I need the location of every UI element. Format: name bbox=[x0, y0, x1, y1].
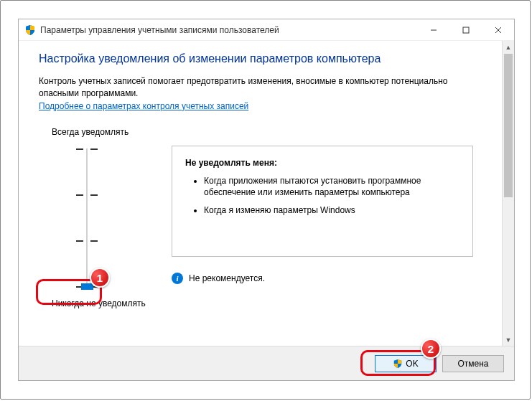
window-controls bbox=[417, 19, 514, 40]
scroll-thumb[interactable] bbox=[504, 54, 513, 197]
page-heading: Настройка уведомления об изменении парам… bbox=[39, 52, 482, 65]
info-panel: Не уведомлять меня: Когда приложения пыт… bbox=[172, 146, 473, 257]
learn-more-link[interactable]: Подробнее о параметрах контроля учетных … bbox=[39, 101, 248, 111]
info-item: Когда я изменяю параметры Windows bbox=[204, 204, 459, 217]
cancel-button[interactable]: Отмена bbox=[442, 355, 504, 372]
slider-track-line bbox=[86, 148, 88, 290]
slider-tick bbox=[76, 240, 98, 242]
close-button[interactable] bbox=[482, 19, 514, 40]
window-title: Параметры управления учетными записями п… bbox=[40, 25, 279, 35]
annotation-badge-2: 2 bbox=[421, 339, 441, 359]
info-column: Не уведомлять меня: Когда приложения пыт… bbox=[172, 146, 473, 308]
cancel-label: Отмена bbox=[457, 359, 488, 369]
slider-label-top: Всегда уведомлять bbox=[52, 127, 150, 137]
maximize-button[interactable] bbox=[449, 19, 482, 40]
slider-tick bbox=[76, 194, 98, 196]
scroll-down-icon[interactable]: ▼ bbox=[503, 334, 514, 346]
uac-slider[interactable] bbox=[76, 146, 150, 293]
info-icon: i bbox=[172, 273, 183, 284]
info-list: Когда приложения пытаются установить про… bbox=[185, 175, 459, 217]
info-item: Когда приложения пытаются установить про… bbox=[204, 175, 459, 199]
recommendation-row: i Не рекомендуется. bbox=[172, 273, 473, 284]
page-description: Контроль учетных записей помогает предот… bbox=[39, 75, 482, 100]
vertical-scrollbar[interactable]: ▲ ▼ bbox=[502, 41, 514, 346]
info-title: Не уведомлять меня: bbox=[185, 158, 459, 168]
outer-frame: Параметры управления учетными записями п… bbox=[0, 0, 531, 400]
slider-tick bbox=[76, 148, 98, 150]
recommendation-text: Не рекомендуется. bbox=[189, 273, 265, 283]
scroll-up-icon[interactable]: ▲ bbox=[503, 41, 514, 53]
shield-icon bbox=[24, 24, 36, 36]
annotation-badge-1: 1 bbox=[90, 268, 110, 288]
titlebar: Параметры управления учетными записями п… bbox=[19, 19, 514, 41]
uac-window: Параметры управления учетными записями п… bbox=[18, 19, 515, 381]
svg-rect-1 bbox=[463, 27, 469, 33]
minimize-button[interactable] bbox=[417, 19, 449, 40]
